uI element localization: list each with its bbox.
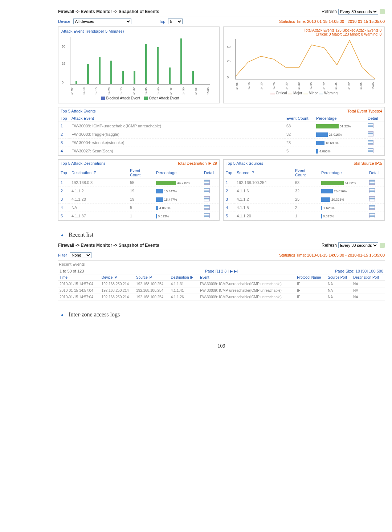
bar-group: [190, 71, 194, 84]
th-device-ip[interactable]: Device IP: [100, 274, 135, 281]
th-source-ip[interactable]: Source IP: [135, 274, 169, 281]
top-label[interactable]: Top: [159, 19, 166, 24]
x-tick: 14:40: [157, 86, 160, 95]
x-tick: 14:25: [120, 86, 123, 95]
th-src-port[interactable]: Source Port: [326, 274, 352, 281]
bar-group: [108, 61, 113, 84]
detail-icon[interactable]: [204, 180, 210, 185]
top5-src-panel: Top 5 Attack Sources Total Source IP:5 T…: [223, 159, 385, 221]
device-label[interactable]: Device: [58, 19, 70, 24]
th-detail: Detail: [366, 115, 384, 122]
table-row: 44.1.1.521.626%: [224, 204, 384, 212]
x-tick: 14:45: [169, 86, 172, 95]
legend-other: Other Attack Event: [149, 96, 179, 100]
refresh-select[interactable]: Every 30 seconds: [338, 9, 378, 15]
detail-icon[interactable]: [204, 188, 210, 193]
chart-summary1: Total Attack Events:123 Blocked Attack E…: [225, 28, 383, 32]
th-destination-ip[interactable]: Destination IP: [169, 274, 199, 281]
th-percentage: Percentage: [314, 115, 366, 122]
th-time[interactable]: Time: [58, 274, 100, 281]
refresh-icon[interactable]: [380, 9, 385, 14]
top5-dest-title: Top 5 Attack Destinations: [61, 161, 106, 165]
refresh-icon-2[interactable]: [380, 243, 385, 248]
x-tick: 14:50: [182, 86, 185, 95]
x-tick: 14:55: [359, 81, 363, 90]
table-row: 2010-01-15 14:57:04192.168.250.214192.16…: [58, 287, 385, 294]
top-select[interactable]: 5: [168, 19, 183, 24]
th-protocol[interactable]: Protocol Name: [295, 274, 326, 281]
bullet-icon: ●: [61, 312, 64, 318]
th-dest-ip: Destination IP: [69, 167, 128, 179]
bar-group: [167, 67, 171, 84]
detail-icon[interactable]: [204, 196, 210, 201]
x-tick: 14:15: [95, 86, 98, 95]
x-tick: 14:20: [107, 86, 111, 95]
chart-trends: Attack Event Trends(per 5 Minutes) 0 25 …: [58, 26, 220, 103]
table-row: 24.1.1.63226.016%: [224, 187, 384, 195]
total-event-types: Total Event Types:4: [347, 109, 382, 113]
top5-src-title: Top 5 Attack Sources: [226, 161, 263, 165]
x-tick: 14:20: [273, 81, 276, 90]
table-row: 4NA54.065%: [58, 204, 219, 212]
x-tick: 15:00: [372, 81, 375, 90]
refresh-select-2[interactable]: Every 30 seconds: [338, 242, 378, 248]
table-row: 1FW-30009: ICMP-unreachable(ICMP unreach…: [58, 122, 384, 130]
total-src: Total Source IP:5: [352, 161, 382, 165]
bar-group: [178, 38, 183, 84]
detail-icon[interactable]: [368, 140, 373, 145]
x-tick: 14:35: [310, 81, 313, 90]
th-src-ip: Source IP: [234, 167, 293, 179]
x-tick: 14:05: [70, 86, 73, 95]
total-dest: Total Destination IP:29: [177, 161, 217, 165]
recent-list-heading: Recent list: [69, 232, 93, 238]
table-row: 4FW-30027: Scan(Scan)54.065%: [58, 147, 384, 155]
breadcrumb: Firewall -> Events Monitor -> Snapshot o…: [58, 7, 385, 16]
detail-icon[interactable]: [204, 205, 210, 210]
detail-icon[interactable]: [368, 148, 373, 153]
pager[interactable]: Page [1] 2 3 | ▶ ▶|: [58, 269, 385, 274]
x-tick: 14:55: [194, 86, 197, 95]
detail-icon[interactable]: [368, 131, 373, 136]
detail-icon[interactable]: [369, 180, 375, 185]
detail-icon[interactable]: [204, 213, 210, 218]
x-tick: 14:35: [144, 86, 148, 95]
x-tick: 14:50: [347, 81, 350, 90]
table-row: 34.1.1.201915.447%: [58, 195, 219, 204]
bar-group: [85, 64, 89, 84]
th-dst-port[interactable]: Destination Port: [352, 274, 385, 281]
chart-severity: Total Attack Events:123 Blocked Attack E…: [223, 26, 385, 103]
bar-group: [155, 47, 159, 84]
detail-icon[interactable]: [368, 123, 373, 128]
stats-time: Statistics Time: 2010-01-15 14:05:00 - 2…: [279, 19, 385, 24]
chart-title: Attack Event Trends(per 5 Minutes): [60, 28, 218, 34]
interzone-heading: Inter-zone access logs: [69, 311, 120, 318]
legend-critical: Critical: [276, 91, 287, 95]
x-tick: 14:15: [260, 81, 263, 90]
legend-warning: Warning: [324, 91, 338, 95]
th-top: Top: [58, 115, 69, 122]
x-tick: 14:05: [235, 81, 238, 90]
bullet-icon: ●: [61, 233, 64, 238]
table-row: 34.1.1.22520.325%: [224, 195, 384, 204]
th-attack-event: Attack Event: [69, 115, 284, 122]
table-row: 54.1.1.2010.813%: [224, 212, 384, 220]
filter-select[interactable]: None: [70, 252, 91, 258]
table-row: 1192.168.0.35544.715%: [58, 179, 219, 187]
th-event[interactable]: Event: [199, 274, 295, 281]
top5-events-title: Top 5 Attack Events: [61, 109, 96, 113]
table-row: 2010-01-15 14:57:04192.168.250.214192.16…: [58, 281, 385, 287]
bar-group: [131, 71, 136, 84]
page-number: 109: [58, 343, 385, 349]
filter-label[interactable]: Filter: [58, 253, 67, 257]
detail-icon[interactable]: [369, 188, 375, 193]
detail-icon[interactable]: [369, 213, 375, 218]
recent-events-label: Recent Events: [58, 261, 385, 268]
device-select[interactable]: All devices: [73, 19, 131, 24]
legend-major: Major: [293, 91, 302, 95]
x-tick: 15:00: [207, 86, 210, 95]
top5-events-panel: Top 5 Attack Events Total Event Types:4 …: [58, 107, 385, 156]
bar-group: [97, 57, 101, 84]
detail-icon[interactable]: [369, 196, 375, 201]
detail-icon[interactable]: [369, 205, 375, 210]
th-event-count: Event Count: [284, 115, 314, 122]
